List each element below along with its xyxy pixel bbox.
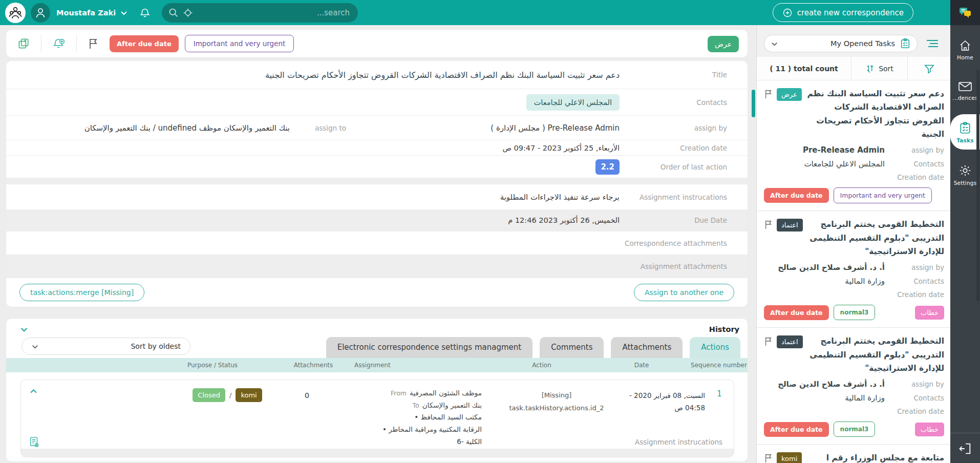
task-assign-by-value: أ. د. أشرف صلاح الدين صالح <box>778 380 885 389</box>
column-date: Date <box>593 362 690 369</box>
title-label: Title <box>620 71 748 79</box>
flag-icon[interactable] <box>764 219 773 229</box>
main-scrollbar-thumb[interactable] <box>752 90 755 117</box>
filter-button[interactable] <box>908 57 950 80</box>
sort-by-oldest-label: Sort by oldest <box>39 342 181 350</box>
row-divider-stripe <box>21 449 734 457</box>
task-contacts-value: وزارة المالية <box>845 277 885 286</box>
assignment-to-item: • مكتب السيد المحافظ <box>369 411 482 424</box>
creation-date-label: Creation date <box>893 290 944 299</box>
history-table-header: Purpose / Status Attachments Assignment … <box>6 358 748 372</box>
status-closed-badge: Closed <box>193 388 225 402</box>
priority-badge[interactable]: Important and very urgent <box>185 35 294 52</box>
flag-icon[interactable] <box>764 89 773 99</box>
search-input[interactable] <box>197 8 350 17</box>
main-content: After due date Important and very urgent… <box>0 25 751 463</box>
user-name[interactable]: Moustafa Zaki <box>56 9 116 17</box>
merge-button[interactable]: task:actions:merge [Missing] <box>19 284 144 301</box>
people-logo-icon <box>8 5 23 20</box>
after-due-date-badge: After due date <box>110 35 179 52</box>
assign-by-label: assign by <box>893 380 944 388</box>
column-sequence-number: Sequence number <box>690 362 748 369</box>
sort-button[interactable]: Sort <box>851 57 908 80</box>
normal3-badge: normal3 <box>834 422 876 437</box>
history-collapse-chevron-down-icon[interactable] <box>19 325 29 334</box>
flag-icon[interactable] <box>764 453 773 463</box>
tab-comments[interactable]: Comments <box>540 337 604 358</box>
panel-menu-lines-icon[interactable] <box>926 38 939 49</box>
copy-link-icon[interactable] <box>6 35 41 52</box>
sidebar-item-home[interactable]: Home <box>950 32 980 67</box>
person-icon <box>34 7 47 19</box>
task-title: التخطيط القومى يختتم البرنامج التدريبى "… <box>806 334 944 375</box>
from-label: From <box>391 389 407 397</box>
task-card[interactable]: اعتماد التخطيط القومى يختتم البرنامج الت… <box>757 211 950 328</box>
action-line-2: task.taskHistory.actions.id_2 <box>505 402 608 415</box>
sort-label: Sort <box>879 65 893 73</box>
create-button-label: create new correspondence <box>797 8 904 17</box>
creation-date-label: Creation date <box>893 173 944 181</box>
column-attachments: Attachments <box>272 362 354 369</box>
history-row-footer: Assignment instrucations <box>21 436 734 448</box>
chevron-down-icon <box>31 343 39 350</box>
task-card[interactable]: عرض دعم سعر تثبيت السياسة البنك نظم الصر… <box>757 80 950 211</box>
plus-circle-icon <box>782 8 793 18</box>
logout-icon <box>957 441 973 456</box>
panel-scrollbar-thumb[interactable] <box>976 70 979 301</box>
due-date-value: الخميس, 26 أكتوبر 2023 12:46 م <box>6 216 620 224</box>
assign-by-label: assign by <box>620 124 748 132</box>
document-preview-icon[interactable] <box>29 436 39 448</box>
user-avatar[interactable] <box>31 3 50 23</box>
sidebar-item-settings[interactable]: Settings <box>950 157 980 192</box>
sort-by-oldest-dropdown[interactable]: Sort by oldest <box>22 338 190 355</box>
contacts-row: المجلس الاعلي للجامعات Contacts <box>6 89 748 115</box>
assignment-instructions-row: برجاء سرعة تنفيذ الاجراءات المطلوبة Assi… <box>6 184 748 209</box>
notifications-bell-icon[interactable] <box>139 7 151 18</box>
task-title: متابعة مع مجلس الوزراء رقم ا <box>805 451 944 463</box>
task-card[interactable]: اعتماد التخطيط القومى يختتم البرنامج الت… <box>757 328 950 445</box>
contacts-label: Contacts <box>893 277 944 285</box>
flag-icon[interactable] <box>77 37 109 50</box>
tab-attachments[interactable]: Attachments <box>611 337 683 358</box>
task-assign-by-value: Pre-Release Admin <box>803 145 885 155</box>
sidebar-item-label: Settings <box>954 180 977 186</box>
order-of-last-action-row: 2.2 Order of last action <box>6 155 748 178</box>
assign-by-value: Pre-Release Admin ( مجلس الإدارة ) <box>377 123 620 133</box>
tasks-filter-label: My Opened Tasks <box>778 39 895 48</box>
task-contacts-value: المجلس الاعلي للجامعات <box>804 159 885 169</box>
history-heading: History <box>709 325 739 333</box>
chat-bubbles-icon <box>958 6 972 19</box>
view-button[interactable]: عرض <box>708 36 739 52</box>
creation-date-value: الأربعاء, 25 أكتوبر 2023 - 09:47 ص <box>6 144 620 152</box>
contacts-label: Contacts <box>893 394 944 402</box>
chat-widget-button[interactable] <box>950 0 980 25</box>
global-search <box>162 3 358 23</box>
khitab-badge: خطاب <box>915 306 944 320</box>
topbar: Moustafa Zaki create new correspondence <box>0 0 980 25</box>
logout-button[interactable] <box>950 433 980 463</box>
sidebar-item-tasks[interactable]: Tasks <box>950 114 980 150</box>
order-value-wrap: 2.2 <box>6 159 620 175</box>
bell-add-reminder-icon[interactable] <box>41 35 77 52</box>
contact-chip[interactable]: المجلس الاعلي للجامعات <box>526 94 620 111</box>
tab-actions[interactable]: Actions <box>690 337 740 358</box>
tasks-panel-header: My Opened Tasks <box>757 25 950 57</box>
sidebar-item-correspondences[interactable]: ...dences <box>950 74 980 107</box>
from-value: موظف الشئون المصرفية <box>410 389 482 397</box>
task-card[interactable]: komi متابعة مع مجلس الوزراء رقم ا أ. د. … <box>757 445 950 463</box>
search-icon[interactable] <box>168 7 179 18</box>
assign-to-another-button[interactable]: Assign to another one <box>634 284 734 301</box>
tasks-filter-dropdown[interactable]: My Opened Tasks <box>764 35 918 52</box>
after-due-date-badge: After due date <box>764 188 829 203</box>
tab-electronic-settings[interactable]: Electronic correspondence settings manag… <box>326 337 532 358</box>
advanced-search-target-icon[interactable] <box>183 8 193 18</box>
user-menu-chevron-down-icon[interactable] <box>120 9 128 17</box>
normal3-badge: normal3 <box>834 305 876 320</box>
detail-actions-row: task:actions:merge [Missing] Assign to a… <box>6 278 748 307</box>
assign-to-value: بنك التعمير والإسكان موظف undefined / بن… <box>6 123 290 133</box>
flag-icon[interactable] <box>764 336 773 346</box>
assignment-from-line: Fromموظف الشئون المصرفية <box>369 387 482 399</box>
order-label: Order of last action <box>620 163 748 171</box>
column-purpose-status: Purpose / Status <box>153 362 272 369</box>
create-new-correspondence-button[interactable]: create new correspondence <box>773 3 913 22</box>
